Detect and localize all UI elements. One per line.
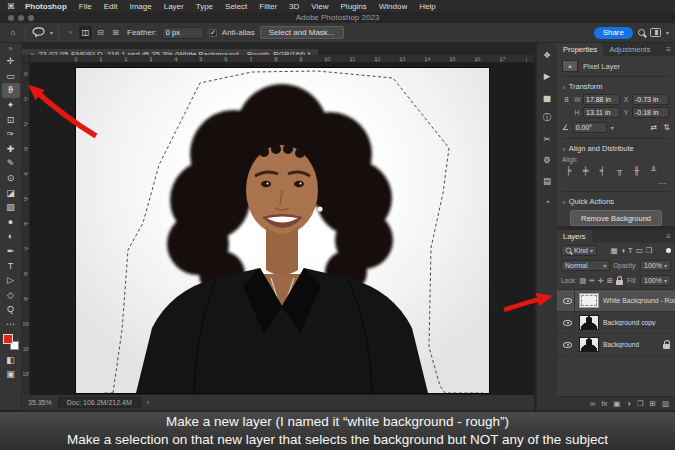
layer-visibility-icon[interactable] xyxy=(563,298,572,304)
menu-help[interactable]: Help xyxy=(413,2,441,11)
layer-group-icon[interactable]: ❒ xyxy=(637,399,644,408)
zoom-percentage[interactable]: 35.35% xyxy=(28,399,52,406)
menu-plugins[interactable]: Plugins xyxy=(335,2,373,11)
opacity-dropdown[interactable]: 100%▾ xyxy=(640,260,671,271)
link-layers-icon[interactable]: ∞ xyxy=(590,399,595,408)
align-middle-icon[interactable]: ╫ xyxy=(630,165,643,176)
tab-layers[interactable]: Layers xyxy=(557,230,592,243)
layer-filter-kind-dropdown[interactable]: Kind ▾ xyxy=(561,245,597,256)
more-tools[interactable]: ⋯ xyxy=(2,317,20,332)
layer-name[interactable]: Background copy xyxy=(603,319,656,326)
fill-dropdown[interactable]: 100%▾ xyxy=(640,275,671,286)
layer-effects-icon[interactable]: fx xyxy=(601,399,607,408)
layer-row-white-background-rough[interactable]: White Background - Rough xyxy=(557,290,675,312)
menu-window[interactable]: Window xyxy=(373,2,413,11)
workspace-switcher-icon[interactable] xyxy=(650,28,661,37)
share-button[interactable]: Share xyxy=(594,27,633,39)
status-chevron-icon[interactable]: › xyxy=(147,399,149,406)
gradient-tool[interactable]: ▧ xyxy=(2,200,20,215)
layer-thumbnail[interactable] xyxy=(579,293,599,308)
layer-thumbnail[interactable] xyxy=(579,337,599,352)
filter-type-layers-icon[interactable]: T xyxy=(628,246,633,255)
menu-view[interactable]: View xyxy=(305,2,334,11)
menu-filter[interactable]: Filter xyxy=(253,2,283,11)
align-right-icon[interactable]: ╡ xyxy=(596,165,609,176)
tool-preset-chevron-icon[interactable]: ▾ xyxy=(50,29,53,36)
menu-edit[interactable]: Edit xyxy=(98,2,124,11)
menu-photoshop[interactable]: Photoshop xyxy=(19,2,73,11)
libraries-panel-icon[interactable]: ▤ xyxy=(539,175,555,187)
new-layer-icon[interactable]: ⊞ xyxy=(650,399,656,408)
move-tool[interactable]: ✛ xyxy=(2,54,20,69)
screen-mode-button[interactable]: ▣ xyxy=(2,367,20,382)
layer-visibility-icon[interactable] xyxy=(563,342,572,348)
align-center-h-icon[interactable]: ╪ xyxy=(579,165,592,176)
y-field[interactable]: -0.18 in xyxy=(632,107,669,118)
tab-adjustments[interactable]: Adjustments xyxy=(603,43,656,56)
antialias-checkbox[interactable]: ✓ xyxy=(209,29,217,37)
delete-layer-icon[interactable]: ▥ xyxy=(662,399,669,408)
menu-select[interactable]: Select xyxy=(219,2,253,11)
notes-panel-icon[interactable]: ✂ xyxy=(539,133,555,145)
filter-smart-objects-icon[interactable]: ❒ xyxy=(646,246,653,255)
select-and-mask-button[interactable]: Select and Mask... xyxy=(260,26,344,39)
info-panel-icon[interactable]: ⓘ xyxy=(539,112,555,124)
filter-pixel-layers-icon[interactable]: ▦ xyxy=(610,246,617,255)
transform-collapse-icon[interactable]: ∨ xyxy=(562,84,566,90)
lasso-tool[interactable]: ϑ xyxy=(2,83,20,98)
angle-field[interactable]: 0.00° xyxy=(573,122,607,133)
filter-shape-layers-icon[interactable]: ▭ xyxy=(636,246,643,255)
canvas-pasteboard[interactable] xyxy=(30,63,534,395)
align-more-icon[interactable]: ⋯ xyxy=(562,178,670,192)
subtract-from-selection-mode[interactable]: ⊟ xyxy=(94,26,107,39)
menu-layer[interactable]: Layer xyxy=(158,2,190,11)
eraser-tool[interactable]: ◪ xyxy=(2,185,20,200)
layer-thumbnail[interactable] xyxy=(579,315,599,330)
document-canvas[interactable] xyxy=(76,68,489,393)
align-collapse-icon[interactable]: ∨ xyxy=(562,146,566,152)
history-panel-icon[interactable]: ◔ xyxy=(539,196,555,208)
dodge-tool[interactable]: ◐ xyxy=(2,229,20,244)
brush-tool[interactable]: ✎ xyxy=(2,156,20,171)
clone-stamp-tool[interactable]: ⊙ xyxy=(2,171,20,186)
foreground-color-swatch[interactable] xyxy=(3,334,13,344)
blur-tool[interactable]: ● xyxy=(2,215,20,230)
color-swatches[interactable] xyxy=(3,334,19,350)
menu-image[interactable]: Image xyxy=(123,2,157,11)
marquee-tool[interactable]: ▭ xyxy=(2,69,20,84)
quick-actions-collapse-icon[interactable]: ∨ xyxy=(562,199,566,205)
workspace-chevron-icon[interactable]: ▾ xyxy=(666,29,669,36)
filter-toggle-icon[interactable] xyxy=(666,248,671,253)
eyedropper-tool[interactable]: ✑ xyxy=(2,127,20,142)
new-selection-mode[interactable]: ▫ xyxy=(64,26,77,39)
document-size-readout[interactable]: Doc: 106.2M/212.4M xyxy=(58,397,141,408)
zoom-tool[interactable]: Q xyxy=(2,302,20,317)
menu-file[interactable]: File xyxy=(73,2,98,11)
angle-chevron-icon[interactable]: ▾ xyxy=(611,124,614,131)
height-field[interactable]: 13.11 in xyxy=(583,107,620,118)
actions-panel-icon[interactable]: ▶ xyxy=(539,70,555,82)
remove-background-button[interactable]: Remove Background xyxy=(570,210,662,226)
flip-horizontal-icon[interactable]: ⇄ xyxy=(651,123,658,132)
current-tool-lasso-icon[interactable] xyxy=(31,26,45,40)
filter-adjustment-layers-icon[interactable]: ◑ xyxy=(621,246,626,255)
lock-position-icon[interactable]: ✛ xyxy=(598,277,604,285)
feather-input[interactable]: 0 px xyxy=(162,27,204,39)
lock-artboard-icon[interactable]: ⊞ xyxy=(607,277,613,285)
width-field[interactable]: 17.88 in xyxy=(583,94,620,105)
type-tool[interactable]: T xyxy=(2,258,20,273)
align-top-icon[interactable]: ╥ xyxy=(613,165,626,176)
panel-menu-icon[interactable]: ≡ xyxy=(666,45,675,54)
pen-tool[interactable]: ✒ xyxy=(2,244,20,259)
apple-menu-icon[interactable]: ⌘ xyxy=(7,2,15,11)
x-field[interactable]: -0.73 in xyxy=(632,94,669,105)
layer-name[interactable]: White Background - Rough xyxy=(603,297,675,304)
blend-mode-dropdown[interactable]: Normal▾ xyxy=(561,260,610,271)
layer-mask-icon[interactable]: ▣ xyxy=(613,399,620,408)
layer-visibility-icon[interactable] xyxy=(563,320,572,326)
flip-vertical-icon[interactable]: ⇅ xyxy=(663,123,670,132)
link-dimensions-icon[interactable]: 8 xyxy=(562,95,571,104)
comments-panel-icon[interactable]: ❖ xyxy=(539,49,555,61)
quick-mask-button[interactable]: ◧ xyxy=(2,352,20,367)
menu-3d[interactable]: 3D xyxy=(283,2,305,11)
